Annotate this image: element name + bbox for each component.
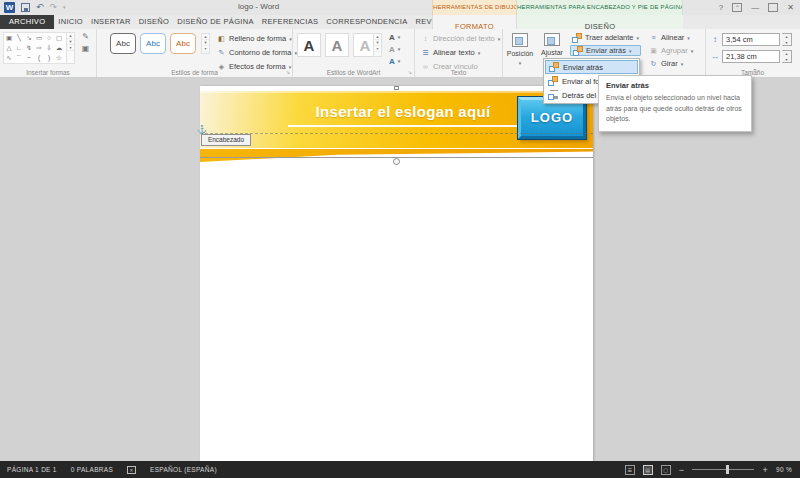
print-layout-icon[interactable]: ▤	[643, 465, 653, 475]
group-insertar-formas: ▣ ╲ ↘ ▭ ○ ▢ △ ∟ ↯ ⇨ ⇩ ☁ ∿ ⌒ ~ ( ) ☆ ▲▼▾ …	[0, 29, 97, 77]
shape-icon[interactable]: △	[4, 43, 14, 53]
tab-diseno-de-pagina[interactable]: DISEÑO DE PÁGINA	[173, 15, 257, 29]
shape-icon[interactable]: ⇨	[34, 43, 44, 53]
ribbon-options-icon[interactable]: ⌃	[732, 3, 742, 12]
page-indicator[interactable]: PÁGINA 1 DE 1	[7, 466, 57, 473]
redo-icon[interactable]: ↷	[50, 1, 58, 14]
status-right: ☰ ▤ ▢ − + 90 %	[625, 465, 800, 475]
tab-inicio[interactable]: INICIO	[54, 15, 87, 29]
web-layout-icon[interactable]: ▢	[661, 465, 671, 475]
button-label: Contorno de forma	[229, 48, 292, 57]
zoom-level[interactable]: 90 %	[776, 466, 792, 473]
wordart-thumb[interactable]: A	[297, 33, 321, 57]
girar-button[interactable]: ↻ Girar ▾	[647, 58, 695, 69]
edit-shape-icon[interactable]: ✎	[78, 32, 93, 41]
shape-icon[interactable]: ▭	[34, 33, 44, 43]
proofing-icon[interactable]: ✕	[127, 466, 136, 474]
chevron-down-icon: ▾	[687, 35, 690, 41]
shape-icon[interactable]: ☆	[54, 53, 64, 63]
wordart-thumb[interactable]: A	[325, 33, 349, 57]
height-stepper[interactable]: ▲▼	[782, 33, 792, 46]
zoom-slider[interactable]	[692, 469, 754, 470]
shape-icon[interactable]: ○	[44, 33, 54, 43]
button-label: Traer adelante	[585, 33, 634, 42]
height-input[interactable]	[722, 33, 780, 46]
qat-customize-icon[interactable]: ▾	[63, 1, 66, 14]
width-stepper[interactable]: ▲▼	[782, 50, 792, 63]
rotate-handle[interactable]	[393, 158, 400, 165]
restore-icon[interactable]	[768, 3, 778, 12]
shape-icon[interactable]: (	[34, 53, 44, 63]
zoom-in-icon[interactable]: +	[762, 465, 768, 475]
shape-icon[interactable]: ⌒	[14, 53, 24, 63]
tab-insertar[interactable]: INSERTAR	[87, 15, 135, 29]
header-tag: Encabezado	[201, 134, 251, 146]
selection-handle[interactable]	[394, 86, 399, 90]
width-input[interactable]	[722, 50, 780, 63]
contorno-de-texto-button[interactable]: A ▾	[387, 44, 402, 54]
menu-item-enviar-atras[interactable]: Enviar atrás	[545, 60, 638, 74]
efectos-de-texto-button[interactable]: A ▾	[387, 56, 402, 66]
group-label: Estilos de WordArt	[293, 69, 414, 76]
tab-referencias[interactable]: REFERENCIAS	[258, 15, 323, 29]
shape-style-thumb[interactable]: Abc	[110, 33, 136, 54]
shape-style-scrollbar[interactable]: ▲▼▾	[201, 33, 210, 54]
shape-icon[interactable]: ▢	[54, 33, 64, 43]
word-count[interactable]: 0 PALABRAS	[71, 466, 113, 473]
shape-icon[interactable]: ▣	[4, 33, 14, 43]
save-icon[interactable]	[21, 3, 30, 12]
enviar-atras-button[interactable]: Enviar atrás ▾	[570, 45, 641, 56]
direccion-del-texto-button[interactable]: ↕ Dirección del texto ▾	[419, 33, 502, 44]
shape-icon[interactable]: ∿	[4, 53, 14, 63]
shape-gallery-scrollbar[interactable]: ▲▼▾	[66, 32, 75, 64]
tab-archivo[interactable]: ARCHIVO	[0, 15, 54, 29]
tab-correspondencia[interactable]: CORRESPONDENCIA	[322, 15, 411, 29]
button-label: Dirección del texto	[433, 34, 495, 43]
slogan-text[interactable]: Insertar el eslogan aquí	[288, 103, 518, 127]
wordart-scrollbar[interactable]: ▲▼▾	[373, 33, 382, 57]
tab-diseno[interactable]: DISEÑO	[135, 15, 174, 29]
shape-icon[interactable]: ~	[24, 53, 34, 63]
relleno-de-texto-button[interactable]: A ▾	[387, 32, 402, 42]
document-page[interactable]: Insertar el eslogan aquí LOGO Encabezado…	[200, 86, 593, 461]
read-mode-icon[interactable]: ☰	[625, 465, 635, 475]
minimize-icon[interactable]: —	[751, 3, 759, 12]
shape-style-thumb[interactable]: Abc	[170, 33, 196, 54]
close-icon[interactable]: ✕	[787, 3, 794, 12]
help-icon[interactable]: ?	[719, 3, 723, 12]
shape-gallery[interactable]: ▣ ╲ ↘ ▭ ○ ▢ △ ∟ ↯ ⇨ ⇩ ☁ ∿ ⌒ ~ ( ) ☆	[3, 32, 67, 64]
shape-fill-icon: ◧	[217, 35, 226, 43]
alinear-button[interactable]: ≡ Alinear ▾	[647, 32, 695, 43]
shape-icon[interactable]: ╲	[14, 33, 24, 43]
posicion-button[interactable]: Posición ▾	[505, 31, 535, 74]
shape-style-gallery: Abc Abc Abc	[110, 33, 196, 54]
shape-icon[interactable]: ↘	[24, 33, 34, 43]
text-box-icon[interactable]: ▣	[78, 44, 93, 53]
contorno-de-forma-button[interactable]: ✎ Contorno de forma ▾	[215, 47, 299, 58]
relleno-de-forma-button[interactable]: ◧ Relleno de forma ▾	[215, 33, 299, 44]
shape-icon[interactable]: ∟	[14, 43, 24, 53]
zoom-slider-thumb[interactable]	[726, 465, 729, 474]
texto-buttons: ↕ Dirección del texto ▾ ☰ Alinear texto …	[419, 33, 502, 72]
shape-style-thumb[interactable]: Abc	[140, 33, 166, 54]
language-indicator[interactable]: ESPAÑOL (ESPAÑA)	[150, 466, 217, 473]
undo-icon[interactable]: ↶	[36, 1, 44, 14]
shape-icon[interactable]: ↯	[24, 43, 34, 53]
word-app-icon[interactable]: W	[4, 2, 15, 13]
shape-icon[interactable]: ☁	[54, 43, 64, 53]
agrupar-button[interactable]: ▣ Agrupar ▾	[647, 45, 695, 56]
quick-access-toolbar: W ↶ ↷ ▾	[4, 1, 66, 14]
alinear-texto-button[interactable]: ☰ Alinear texto ▾	[419, 47, 502, 58]
wordart-gallery: A A A	[297, 33, 377, 57]
chevron-down-icon: ▾	[398, 58, 401, 64]
window-controls: ? ⌃ — ✕	[719, 1, 794, 14]
shape-icon[interactable]: ⇩	[44, 43, 54, 53]
button-label: Agrupar	[661, 46, 688, 55]
chevron-down-icon: ▾	[398, 46, 401, 52]
traer-adelante-button[interactable]: Traer adelante ▾	[570, 32, 641, 43]
text-effects-icon: A	[389, 57, 395, 66]
zoom-out-icon[interactable]: −	[679, 465, 685, 475]
shape-icon[interactable]: )	[44, 53, 54, 63]
collapse-ribbon-icon[interactable]: ⌃	[752, 68, 758, 76]
group-texto: ↕ Dirección del texto ▾ ☰ Alinear texto …	[415, 29, 503, 77]
